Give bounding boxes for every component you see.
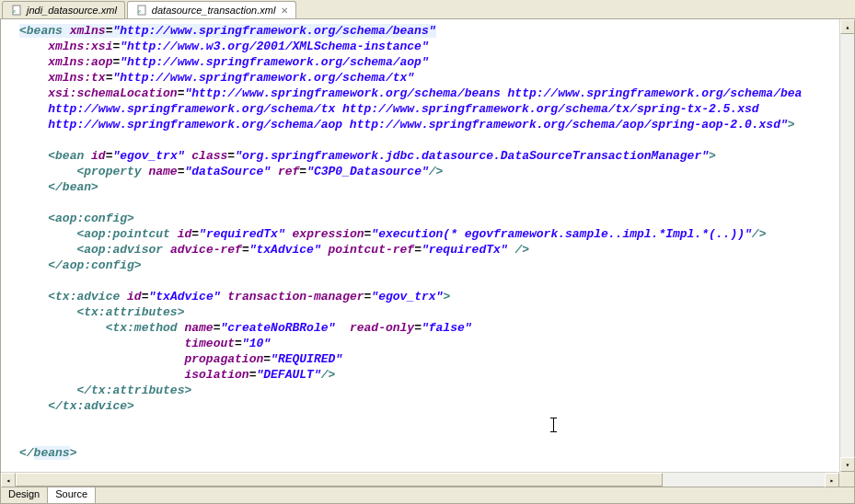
tab-active[interactable]: x datasource_transaction.xml ✕: [127, 1, 297, 18]
xml-file-icon: x: [135, 4, 148, 17]
xml-file-icon: x: [10, 4, 23, 17]
editor-container: <beans xmlns="http://www.springframework…: [0, 18, 855, 487]
scroll-track-horizontal[interactable]: [16, 473, 825, 487]
bottom-view-tabs: Design Source: [0, 487, 855, 504]
tab-label: jndi_datasource.xml: [27, 5, 117, 16]
tab-label: datasource_transaction.xml: [152, 5, 276, 16]
vertical-scrollbar[interactable]: ▴ ▾: [839, 19, 854, 472]
scroll-up-button[interactable]: ▴: [840, 19, 855, 34]
close-icon[interactable]: ✕: [281, 6, 288, 16]
scroll-track-vertical[interactable]: [840, 34, 854, 457]
scroll-down-button[interactable]: ▾: [840, 457, 855, 472]
editor-tabs: x jndi_datasource.xml x datasource_trans…: [0, 0, 855, 18]
scroll-thumb-horizontal[interactable]: [16, 473, 663, 487]
text-cursor: [553, 418, 554, 432]
code-editor[interactable]: <beans xmlns="http://www.springframework…: [1, 19, 854, 487]
scroll-right-button[interactable]: ▸: [825, 473, 839, 487]
tab-inactive[interactable]: x jndi_datasource.xml: [2, 1, 125, 18]
tab-source[interactable]: Source: [48, 487, 96, 503]
scroll-corner: [839, 472, 854, 487]
horizontal-scrollbar[interactable]: ◂ ▸: [1, 472, 839, 487]
tab-design[interactable]: Design: [1, 487, 48, 503]
scroll-left-button[interactable]: ◂: [1, 473, 16, 487]
